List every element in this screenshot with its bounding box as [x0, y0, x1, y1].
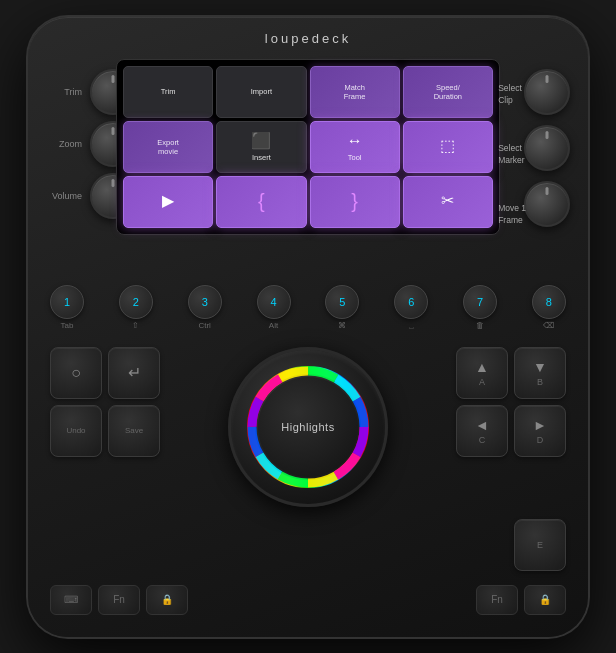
keyboard-btn[interactable]: ⌨ [50, 585, 92, 615]
num-circle-4[interactable]: 4 [257, 285, 291, 319]
num-circle-7[interactable]: 7 [463, 285, 497, 319]
d-btn[interactable]: ► D [514, 405, 566, 457]
num-btn-7: 7 🗑 [463, 285, 497, 330]
num-label-1: Tab [61, 321, 74, 330]
bracket-left-icon: { [258, 189, 265, 213]
move-1-frame-label: Move 1Frame [498, 203, 526, 225]
pad-play[interactable]: ▶ [123, 176, 213, 228]
pad-export-movie[interactable]: Exportmovie [123, 121, 213, 173]
bottom-bar: ⌨ Fn 🔒 Fn 🔒 [50, 585, 566, 615]
pad-cut[interactable]: ✂ [403, 176, 493, 228]
circle-btn[interactable]: ○ [50, 347, 102, 399]
wheel-inner-label: Highlights [258, 377, 358, 477]
number-row: 1 Tab 2 ⇧ 3 Ctrl 4 Alt 5 ⌘ 6 ⎵ 7 🗑 8 ⌫ [50, 285, 566, 330]
volume-label: Volume [46, 191, 82, 201]
c-label: C [479, 435, 486, 445]
fn-btn-right[interactable]: Fn [476, 585, 518, 615]
num-circle-6[interactable]: 6 [394, 285, 428, 319]
undo-btn[interactable]: Undo [50, 405, 102, 457]
num-label-6: ⎵ [409, 321, 414, 330]
num-btn-2: 2 ⇧ [119, 285, 153, 330]
keyboard-icon: ⌨ [64, 594, 78, 605]
center-wheel-area: Highlights [168, 347, 448, 507]
bottom-left-bar: ⌨ Fn 🔒 [50, 585, 188, 615]
lock-btn-right[interactable]: 🔒 [524, 585, 566, 615]
right-knob-3[interactable] [524, 181, 570, 227]
e-btn-area: E [514, 519, 566, 571]
lock-btn-left[interactable]: 🔒 [146, 585, 188, 615]
right-knobs [524, 69, 570, 227]
num-btn-1: 1 Tab [50, 285, 84, 330]
b-label: B [537, 377, 543, 387]
pad-bracket-right[interactable]: } [310, 176, 400, 228]
num-btn-6: 6 ⎵ [394, 285, 428, 330]
pad-match-frame[interactable]: MatchFrame [310, 66, 400, 118]
num-btn-4: 4 Alt [257, 285, 291, 330]
fn-left-label: Fn [113, 594, 125, 605]
e-button[interactable]: E [514, 519, 566, 571]
select-clip-label: SelectClip [498, 83, 526, 105]
pad-bracket-left[interactable]: { [216, 176, 306, 228]
num-label-2: ⇧ [132, 321, 139, 330]
num-circle-8[interactable]: 8 [532, 285, 566, 319]
pad3-icon: ⬚ [440, 136, 455, 155]
b-btn[interactable]: ▼ B [514, 347, 566, 399]
num-circle-1[interactable]: 1 [50, 285, 84, 319]
highlights-wheel[interactable]: Highlights [228, 347, 388, 507]
pad-insert-label: Insert [252, 153, 271, 162]
num-label-4: Alt [269, 321, 278, 330]
num-circle-3[interactable]: 3 [188, 285, 222, 319]
lock-left-icon: 🔒 [161, 594, 173, 605]
e-label: E [537, 540, 543, 550]
num-circle-5[interactable]: 5 [325, 285, 359, 319]
a-up-icon: ▲ [475, 359, 489, 375]
undo-label: Undo [66, 426, 85, 435]
pad-speed-duration[interactable]: Speed/Duration [403, 66, 493, 118]
pad-tool[interactable]: ↔ Tool [310, 121, 400, 173]
tool-icon: ↔ [347, 131, 363, 150]
pad-export-movie-label: Exportmovie [157, 138, 179, 156]
num-label-3: Ctrl [198, 321, 210, 330]
b-down-icon: ▼ [533, 359, 547, 375]
num-label-8: ⌫ [543, 321, 554, 330]
d-right-icon: ► [533, 417, 547, 433]
trim-label: Trim [46, 87, 82, 97]
lcd-screen: Trim Import MatchFrame Speed/Duration Ex… [116, 59, 500, 235]
save-btn[interactable]: Save [108, 405, 160, 457]
pad-import[interactable]: Import [216, 66, 306, 118]
screen-grid: Trim Import MatchFrame Speed/Duration Ex… [123, 66, 493, 228]
right-abcd-buttons: ▲ A ▼ B ◄ C ► D [456, 347, 566, 507]
c-left-icon: ◄ [475, 417, 489, 433]
save-label: Save [125, 426, 143, 435]
select-marker-label: SelectMarker [498, 143, 526, 165]
bottom-area: ○ ↵ Undo Save [50, 347, 566, 507]
num-circle-2[interactable]: 2 [119, 285, 153, 319]
pad-trim[interactable]: Trim [123, 66, 213, 118]
zoom-label: Zoom [46, 139, 82, 149]
enter-icon: ↵ [128, 363, 141, 382]
d-label: D [537, 435, 544, 445]
left-bottom-buttons: ○ ↵ Undo Save [50, 347, 160, 507]
c-btn[interactable]: ◄ C [456, 405, 508, 457]
bottom-right-bar: Fn 🔒 [476, 585, 566, 615]
pad-trim-label: Trim [161, 87, 176, 96]
logo: loupedeck [265, 31, 351, 46]
bracket-right-icon: } [351, 189, 358, 213]
num-label-7: 🗑 [476, 321, 484, 330]
enter-btn[interactable]: ↵ [108, 347, 160, 399]
loupedeck-device: loupedeck Trim Zoom Volume Trim Import [28, 17, 588, 637]
fn-btn-left[interactable]: Fn [98, 585, 140, 615]
pad-import-label: Import [251, 87, 272, 96]
pad-tool-label: Tool [348, 153, 362, 162]
pad-insert[interactable]: ⬛ Insert [216, 121, 306, 173]
num-label-5: ⌘ [338, 321, 346, 330]
num-btn-5: 5 ⌘ [325, 285, 359, 330]
right-knob-2[interactable] [524, 125, 570, 171]
a-btn[interactable]: ▲ A [456, 347, 508, 399]
pad-3[interactable]: ⬚ [403, 121, 493, 173]
right-knob-1[interactable] [524, 69, 570, 115]
circle-icon: ○ [71, 364, 81, 382]
fn-right-label: Fn [491, 594, 503, 605]
right-labels: SelectClip SelectMarker Move 1Frame [498, 65, 526, 245]
num-btn-8: 8 ⌫ [532, 285, 566, 330]
